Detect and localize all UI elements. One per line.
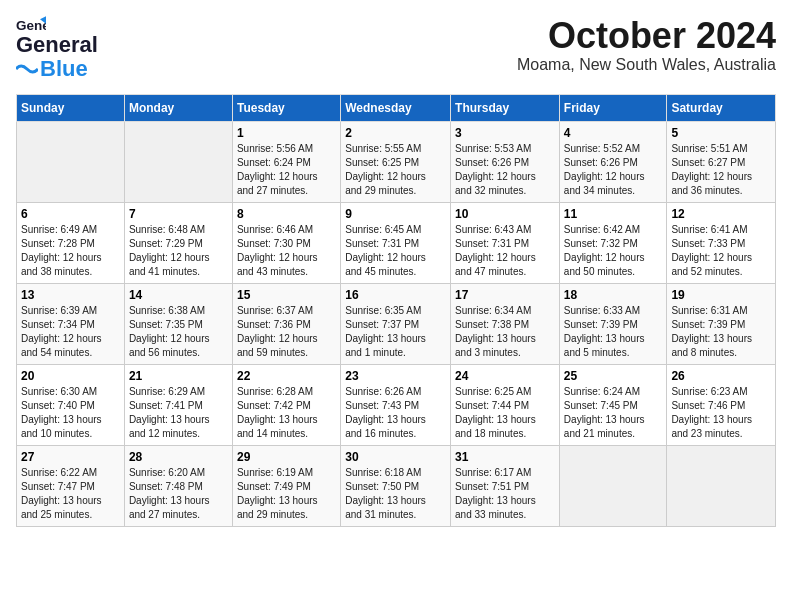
day-number: 10 [455, 207, 555, 221]
logo: General General Blue [16, 16, 98, 82]
day-number: 8 [237, 207, 336, 221]
day-number: 6 [21, 207, 120, 221]
day-info: Sunrise: 6:46 AM Sunset: 7:30 PM Dayligh… [237, 223, 336, 279]
calendar-cell: 1Sunrise: 5:56 AM Sunset: 6:24 PM Daylig… [232, 122, 340, 203]
calendar-cell: 22Sunrise: 6:28 AM Sunset: 7:42 PM Dayli… [232, 365, 340, 446]
calendar-cell [124, 122, 232, 203]
day-number: 2 [345, 126, 446, 140]
calendar-cell: 6Sunrise: 6:49 AM Sunset: 7:28 PM Daylig… [17, 203, 125, 284]
calendar-week-row: 1Sunrise: 5:56 AM Sunset: 6:24 PM Daylig… [17, 122, 776, 203]
day-number: 29 [237, 450, 336, 464]
calendar-cell: 24Sunrise: 6:25 AM Sunset: 7:44 PM Dayli… [451, 365, 560, 446]
day-number: 21 [129, 369, 228, 383]
day-info: Sunrise: 6:25 AM Sunset: 7:44 PM Dayligh… [455, 385, 555, 441]
day-info: Sunrise: 5:55 AM Sunset: 6:25 PM Dayligh… [345, 142, 446, 198]
calendar-cell [17, 122, 125, 203]
weekday-header: Thursday [451, 95, 560, 122]
day-info: Sunrise: 6:43 AM Sunset: 7:31 PM Dayligh… [455, 223, 555, 279]
day-number: 4 [564, 126, 663, 140]
day-info: Sunrise: 6:39 AM Sunset: 7:34 PM Dayligh… [21, 304, 120, 360]
page-header: General General Blue October 2024 Moama,… [16, 16, 776, 82]
calendar-cell: 31Sunrise: 6:17 AM Sunset: 7:51 PM Dayli… [451, 446, 560, 527]
calendar-cell: 30Sunrise: 6:18 AM Sunset: 7:50 PM Dayli… [341, 446, 451, 527]
day-number: 3 [455, 126, 555, 140]
calendar-week-row: 13Sunrise: 6:39 AM Sunset: 7:34 PM Dayli… [17, 284, 776, 365]
calendar-cell: 25Sunrise: 6:24 AM Sunset: 7:45 PM Dayli… [559, 365, 667, 446]
calendar-cell [667, 446, 776, 527]
day-number: 28 [129, 450, 228, 464]
location-title: Moama, New South Wales, Australia [517, 56, 776, 74]
day-number: 17 [455, 288, 555, 302]
calendar-table: SundayMondayTuesdayWednesdayThursdayFrid… [16, 94, 776, 527]
logo-general: General [16, 32, 98, 58]
calendar-cell [559, 446, 667, 527]
calendar-cell: 13Sunrise: 6:39 AM Sunset: 7:34 PM Dayli… [17, 284, 125, 365]
day-number: 18 [564, 288, 663, 302]
calendar-cell: 15Sunrise: 6:37 AM Sunset: 7:36 PM Dayli… [232, 284, 340, 365]
calendar-cell: 3Sunrise: 5:53 AM Sunset: 6:26 PM Daylig… [451, 122, 560, 203]
calendar-cell: 7Sunrise: 6:48 AM Sunset: 7:29 PM Daylig… [124, 203, 232, 284]
weekday-header: Monday [124, 95, 232, 122]
weekday-header: Tuesday [232, 95, 340, 122]
calendar-cell: 8Sunrise: 6:46 AM Sunset: 7:30 PM Daylig… [232, 203, 340, 284]
calendar-cell: 10Sunrise: 6:43 AM Sunset: 7:31 PM Dayli… [451, 203, 560, 284]
calendar-cell: 11Sunrise: 6:42 AM Sunset: 7:32 PM Dayli… [559, 203, 667, 284]
day-info: Sunrise: 6:41 AM Sunset: 7:33 PM Dayligh… [671, 223, 771, 279]
day-info: Sunrise: 6:20 AM Sunset: 7:48 PM Dayligh… [129, 466, 228, 522]
weekday-header: Sunday [17, 95, 125, 122]
day-info: Sunrise: 6:35 AM Sunset: 7:37 PM Dayligh… [345, 304, 446, 360]
calendar-cell: 17Sunrise: 6:34 AM Sunset: 7:38 PM Dayli… [451, 284, 560, 365]
day-info: Sunrise: 5:52 AM Sunset: 6:26 PM Dayligh… [564, 142, 663, 198]
day-info: Sunrise: 6:42 AM Sunset: 7:32 PM Dayligh… [564, 223, 663, 279]
day-number: 11 [564, 207, 663, 221]
calendar-cell: 12Sunrise: 6:41 AM Sunset: 7:33 PM Dayli… [667, 203, 776, 284]
calendar-cell: 27Sunrise: 6:22 AM Sunset: 7:47 PM Dayli… [17, 446, 125, 527]
day-info: Sunrise: 6:18 AM Sunset: 7:50 PM Dayligh… [345, 466, 446, 522]
day-number: 13 [21, 288, 120, 302]
day-info: Sunrise: 6:19 AM Sunset: 7:49 PM Dayligh… [237, 466, 336, 522]
day-info: Sunrise: 6:38 AM Sunset: 7:35 PM Dayligh… [129, 304, 228, 360]
logo-blue: Blue [40, 56, 88, 82]
day-info: Sunrise: 5:53 AM Sunset: 6:26 PM Dayligh… [455, 142, 555, 198]
day-info: Sunrise: 6:17 AM Sunset: 7:51 PM Dayligh… [455, 466, 555, 522]
day-info: Sunrise: 6:26 AM Sunset: 7:43 PM Dayligh… [345, 385, 446, 441]
calendar-cell: 14Sunrise: 6:38 AM Sunset: 7:35 PM Dayli… [124, 284, 232, 365]
day-number: 26 [671, 369, 771, 383]
day-info: Sunrise: 6:29 AM Sunset: 7:41 PM Dayligh… [129, 385, 228, 441]
day-number: 20 [21, 369, 120, 383]
day-number: 25 [564, 369, 663, 383]
calendar-week-row: 6Sunrise: 6:49 AM Sunset: 7:28 PM Daylig… [17, 203, 776, 284]
day-info: Sunrise: 6:33 AM Sunset: 7:39 PM Dayligh… [564, 304, 663, 360]
day-info: Sunrise: 6:22 AM Sunset: 7:47 PM Dayligh… [21, 466, 120, 522]
calendar-week-row: 20Sunrise: 6:30 AM Sunset: 7:40 PM Dayli… [17, 365, 776, 446]
day-number: 24 [455, 369, 555, 383]
month-title: October 2024 [517, 16, 776, 56]
weekday-header: Friday [559, 95, 667, 122]
day-info: Sunrise: 5:51 AM Sunset: 6:27 PM Dayligh… [671, 142, 771, 198]
day-info: Sunrise: 6:37 AM Sunset: 7:36 PM Dayligh… [237, 304, 336, 360]
calendar-cell: 21Sunrise: 6:29 AM Sunset: 7:41 PM Dayli… [124, 365, 232, 446]
day-number: 31 [455, 450, 555, 464]
day-number: 19 [671, 288, 771, 302]
calendar-cell: 16Sunrise: 6:35 AM Sunset: 7:37 PM Dayli… [341, 284, 451, 365]
day-info: Sunrise: 6:45 AM Sunset: 7:31 PM Dayligh… [345, 223, 446, 279]
calendar-week-row: 27Sunrise: 6:22 AM Sunset: 7:47 PM Dayli… [17, 446, 776, 527]
calendar-cell: 5Sunrise: 5:51 AM Sunset: 6:27 PM Daylig… [667, 122, 776, 203]
day-info: Sunrise: 6:49 AM Sunset: 7:28 PM Dayligh… [21, 223, 120, 279]
day-number: 16 [345, 288, 446, 302]
day-info: Sunrise: 6:24 AM Sunset: 7:45 PM Dayligh… [564, 385, 663, 441]
calendar-cell: 20Sunrise: 6:30 AM Sunset: 7:40 PM Dayli… [17, 365, 125, 446]
day-number: 12 [671, 207, 771, 221]
calendar-cell: 9Sunrise: 6:45 AM Sunset: 7:31 PM Daylig… [341, 203, 451, 284]
day-info: Sunrise: 6:23 AM Sunset: 7:46 PM Dayligh… [671, 385, 771, 441]
calendar-cell: 2Sunrise: 5:55 AM Sunset: 6:25 PM Daylig… [341, 122, 451, 203]
day-number: 27 [21, 450, 120, 464]
day-info: Sunrise: 6:34 AM Sunset: 7:38 PM Dayligh… [455, 304, 555, 360]
calendar-cell: 4Sunrise: 5:52 AM Sunset: 6:26 PM Daylig… [559, 122, 667, 203]
day-number: 23 [345, 369, 446, 383]
day-number: 22 [237, 369, 336, 383]
calendar-cell: 18Sunrise: 6:33 AM Sunset: 7:39 PM Dayli… [559, 284, 667, 365]
day-number: 1 [237, 126, 336, 140]
weekday-header: Wednesday [341, 95, 451, 122]
day-info: Sunrise: 6:48 AM Sunset: 7:29 PM Dayligh… [129, 223, 228, 279]
